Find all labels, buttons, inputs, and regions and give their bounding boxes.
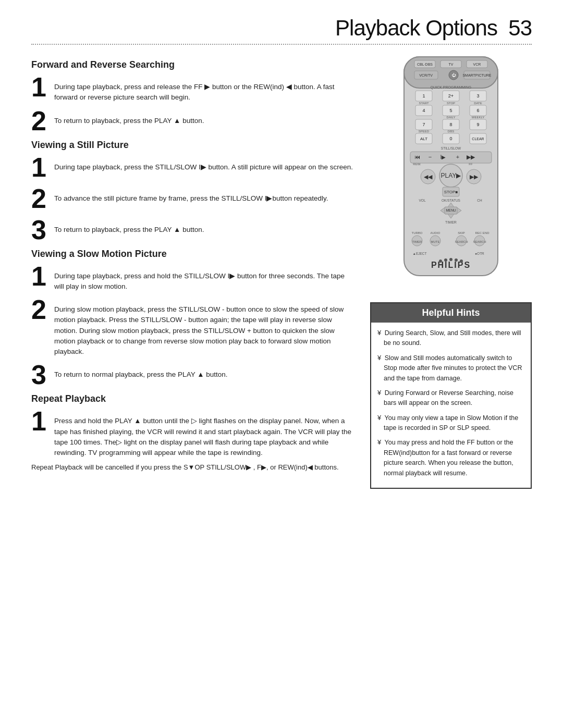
step-number: 1 (31, 263, 50, 290)
svg-text:WEEKLY: WEEKLY (472, 116, 485, 119)
section-viewing-still: Viewing a Still Picture 1 During tape pl… (31, 140, 354, 243)
hint-item-3: ¥ During Forward or Reverse Searching, n… (377, 388, 524, 409)
svg-text:REC END: REC END (475, 231, 489, 235)
svg-text:▶▶: ▶▶ (470, 174, 479, 180)
step-text: To return to playback, press the PLAY ▲ … (54, 216, 204, 235)
svg-text:CBL·DBS: CBL·DBS (417, 63, 433, 66)
svg-text:VOL: VOL (419, 199, 425, 202)
page-header: Playback Options 53 (31, 16, 532, 45)
left-column: Forward and Reverse Searching 1 During t… (31, 54, 354, 489)
step-number: 2 (31, 107, 50, 134)
svg-text:OK/STATUS: OK/STATUS (442, 199, 461, 202)
svg-text:TIMER: TIMER (412, 240, 422, 243)
step-2-1: 1 During tape playback, press the STILL/… (31, 154, 354, 181)
svg-text:●OTR: ●OTR (475, 252, 484, 255)
step-number: 1 (31, 408, 50, 435)
svg-text:TV: TV (449, 63, 454, 66)
svg-rect-47 (410, 152, 492, 163)
svg-text:STOP■: STOP■ (444, 190, 458, 194)
svg-text:−: − (429, 154, 432, 160)
svg-text:CH: CH (477, 199, 482, 202)
step-3-1: 1 During tape playback, press and hold t… (31, 263, 354, 292)
title-text: Playback Options (335, 16, 497, 40)
svg-text:1: 1 (422, 93, 425, 98)
svg-text:0: 0 (449, 136, 452, 141)
page-title: Playback Options 53 (335, 16, 532, 41)
svg-text:AUDIO: AUDIO (430, 231, 440, 235)
svg-text:▲EJECT: ▲EJECT (412, 252, 426, 255)
step-number: 3 (31, 216, 50, 243)
section-forward-reverse: Forward and Reverse Searching 1 During t… (31, 59, 354, 134)
hint-bullet: ¥ (377, 414, 381, 422)
svg-text:TURBO: TURBO (412, 231, 423, 235)
svg-text:MUTE: MUTE (431, 240, 440, 243)
step-number: 2 (31, 185, 50, 212)
step-2-3: 3 To return to playback, press the PLAY … (31, 216, 354, 243)
hint-item-2: ¥ Slow and Still modes automatically swi… (377, 353, 524, 384)
step-3-3: 3 To return to normal playback, press th… (31, 361, 354, 388)
svg-text:8: 8 (449, 122, 452, 127)
hint-bullet: ¥ (377, 354, 381, 362)
svg-text:6: 6 (476, 108, 479, 113)
section-heading-viewing-slow: Viewing a Slow Motion Picture (31, 249, 354, 260)
svg-text:MENU: MENU (446, 208, 456, 212)
svg-point-88 (439, 260, 442, 263)
step-text: To advance the still picture frame by fr… (54, 185, 328, 204)
step-1-2: 2 To return to playback, press the PLAY … (31, 107, 354, 134)
svg-text:STOP: STOP (447, 102, 455, 105)
svg-point-89 (444, 258, 447, 262)
svg-text:DAILY: DAILY (447, 116, 456, 119)
svg-point-91 (455, 258, 458, 262)
step-text: Press and hold the PLAY ▲ button until t… (54, 408, 354, 458)
step-1-1: 1 During tape playback, press and releas… (31, 73, 354, 103)
step-number: 2 (31, 296, 50, 323)
svg-text:SPEED: SPEED (419, 130, 430, 133)
section-heading-viewing-still: Viewing a Still Picture (31, 140, 354, 151)
step-text: During tape playback, press the STILL/SL… (54, 154, 353, 172)
step-text: During tape playback, press and release … (54, 73, 354, 103)
svg-text:7: 7 (422, 122, 425, 127)
remote-container: CBL·DBS TV VCR VCR/TV ⏻ SMARTPICTURE QUI… (370, 54, 532, 294)
section-repeat-playback: Repeat Playback 1 Press and hold the PLA… (31, 393, 354, 458)
svg-text:2+: 2+ (448, 93, 454, 98)
hint-bullet: ¥ (377, 329, 381, 337)
hint-bullet: ¥ (377, 438, 381, 446)
svg-text:START: START (419, 102, 429, 105)
svg-text:I▶: I▶ (440, 154, 446, 160)
svg-text:DBS: DBS (448, 130, 454, 133)
right-column: CBL·DBS TV VCR VCR/TV ⏻ SMARTPICTURE QUI… (370, 54, 532, 489)
svg-text:◀◀: ◀◀ (424, 174, 433, 180)
svg-text:STILL/SLOW: STILL/SLOW (441, 146, 461, 150)
step-number: 1 (31, 154, 50, 181)
hint-bullet: ¥ (377, 389, 381, 397)
step-3-2: 2 During slow motion playback, press the… (31, 296, 354, 357)
step-4-1: 1 Press and hold the PLAY ▲ button until… (31, 408, 354, 458)
svg-text:SMARTPICTURE: SMARTPICTURE (462, 73, 491, 77)
helpful-hints-body: ¥ During Search, Slow, and Still modes, … (371, 323, 531, 488)
step-text: To return to normal playback, press the … (54, 361, 228, 380)
svg-text:PHILIPS: PHILIPS (431, 261, 471, 269)
svg-text:PLAY▶: PLAY▶ (441, 172, 462, 179)
step-text: During tape playback, press and hold the… (54, 263, 354, 292)
page-number: 53 (508, 16, 532, 40)
step-text: To return to playback, press the PLAY ▲ … (54, 107, 204, 126)
svg-point-92 (460, 260, 463, 263)
svg-text:⏮: ⏮ (414, 154, 420, 160)
hint-item-1: ¥ During Search, Slow, and Still modes, … (377, 328, 524, 349)
helpful-hints-box: Helpful Hints ¥ During Search, Slow, and… (370, 302, 532, 489)
svg-text:VCR/TV: VCR/TV (419, 73, 433, 77)
hint-item-4: ¥ You may only view a tape in Slow Motio… (377, 413, 524, 434)
svg-text:9: 9 (476, 122, 479, 127)
page-container: Playback Options 53 Forward and Reverse … (0, 0, 563, 728)
svg-point-90 (449, 258, 452, 261)
svg-text:+: + (456, 154, 459, 160)
svg-text:TIMER: TIMER (445, 220, 457, 224)
section-heading-repeat-playback: Repeat Playback (31, 393, 354, 404)
svg-text:⏻: ⏻ (451, 73, 456, 78)
remote-control-image: CBL·DBS TV VCR VCR/TV ⏻ SMARTPICTURE QUI… (388, 54, 513, 294)
svg-text:QUICK PROGRAMMING: QUICK PROGRAMMING (431, 85, 472, 90)
svg-text:5: 5 (449, 108, 452, 113)
step-number: 1 (31, 73, 50, 101)
svg-text:4: 4 (422, 108, 425, 113)
step-number: 3 (31, 361, 50, 388)
